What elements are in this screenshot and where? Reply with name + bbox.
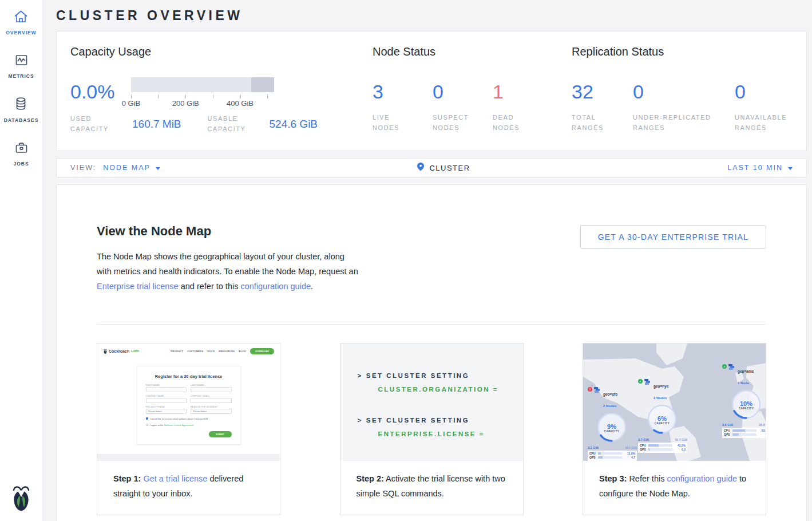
field-label: COMPANY NAME <box>146 395 187 397</box>
used-capacity: 3.2 GiB <box>588 446 599 449</box>
sql-commands-preview: >SET CLUSTER SETTING CLUSTER.ORGANIZATIO… <box>340 344 523 461</box>
usable-capacity-value: 524.6 GiB <box>270 118 318 131</box>
map-cluster-nyc: ✓ geo=nyc 2 Nodes <box>638 379 687 453</box>
time-range-selector[interactable]: LAST 10 MIN <box>727 164 793 172</box>
step-2-card: >SET CLUSTER SETTING CLUSTER.ORGANIZATIO… <box>340 343 524 515</box>
chevron-down-icon <box>788 167 793 170</box>
usable-capacity-label: USABLE CAPACITY <box>208 114 263 134</box>
used-capacity-label: USED CAPACITY <box>70 114 125 134</box>
node-count: 2 Nodes <box>653 396 667 400</box>
sidebar-item-metrics[interactable]: METRICS <box>8 53 34 79</box>
qps-label: QPS <box>724 433 731 436</box>
content-area: CLUSTER OVERVIEW Capacity Usage 0.0% <box>43 0 812 521</box>
node-count: 1 Node <box>738 381 749 385</box>
sql-statement: SET CLUSTER SETTING <box>366 417 469 424</box>
sidebar-item-overview[interactable]: OVERVIEW <box>6 9 37 35</box>
section-divider <box>97 324 766 325</box>
enterprise-trial-license-link[interactable]: Enterprise trial license <box>97 282 179 291</box>
cpu-label: CPU <box>724 429 731 432</box>
project-phase-select: Please Select <box>146 409 187 414</box>
qps-value: 4.7 <box>631 456 635 459</box>
step-3-text: Refer this <box>629 474 664 483</box>
capacity-percent: 6% <box>657 415 667 422</box>
configuration-guide-link[interactable]: configuration guide <box>667 474 737 483</box>
nodes-icon <box>644 379 651 385</box>
cpu-label: CPU <box>640 444 647 447</box>
sidebar-item-label: OVERVIEW <box>6 30 37 35</box>
first-name-input <box>146 387 187 392</box>
checkbox-label: I would like to receive email updates ab… <box>150 417 208 420</box>
description-text: and refer to this <box>181 282 239 291</box>
sql-statement: SET CLUSTER SETTING <box>366 372 469 379</box>
error-badge-icon: ! <box>588 387 592 392</box>
step-2-label: Step 2: <box>357 474 384 483</box>
briefcase-icon <box>14 147 29 157</box>
view-selector[interactable]: NODE MAP <box>103 164 150 172</box>
nodes-icon <box>594 387 600 393</box>
capacity-bar: 0 GiB 200 GiB 400 GiB <box>131 77 274 108</box>
sidebar-item-databases[interactable]: DATABASES <box>4 96 39 123</box>
capacity-bar-track <box>131 77 274 92</box>
company-name-input <box>146 398 187 403</box>
nav-customers: CUSTOMERS <box>187 350 203 353</box>
submit-button: SUBMIT <box>209 431 232 437</box>
step-1-caption: Step 1: Get a trial license delivered st… <box>97 461 280 515</box>
nodes-icon <box>728 364 735 370</box>
map-cluster-ams: ✓ geo=ams 1 Node <box>722 364 766 438</box>
license-agreement-checkbox <box>146 424 149 427</box>
chevron-down-icon[interactable] <box>156 167 160 170</box>
total-capacity: 351 GiB <box>625 446 637 449</box>
field-label: FIRST NAME <box>146 384 187 386</box>
description-text: The Node Map shows the geographical layo… <box>97 252 358 276</box>
cpu-label: CPU <box>589 452 596 455</box>
locality-label: geo=ams <box>738 369 754 373</box>
live-nodes-value: 3 <box>373 77 433 101</box>
capacity-percent: 10% <box>740 400 752 407</box>
total-capacity: 36.6 GiB <box>759 423 766 427</box>
healthy-badge-icon: ✓ <box>722 364 727 369</box>
metrics-icon <box>14 60 29 69</box>
used-capacity: 3.7 GiB <box>638 438 649 441</box>
nav-blog: BLOG <box>239 350 246 353</box>
capacity-usage-section: Capacity Usage 0.0% <box>70 45 373 151</box>
download-button: DOWNLOAD <box>250 348 274 354</box>
database-icon <box>13 104 29 113</box>
step-3-card: ! geo=sfo 2 Nodes <box>583 343 766 515</box>
checkbox-label: I agree to the <box>150 424 164 427</box>
company-email-input <box>191 398 232 403</box>
view-bar: VIEW: NODE MAP CLUSTER LAST 10 MIN <box>56 158 807 177</box>
node-status-title: Node Status <box>373 45 572 58</box>
under-replicated-ranges-value: 0 <box>633 77 735 101</box>
panel-description: The Node Map shows the geographical layo… <box>97 249 361 294</box>
capacity-label: CAPACITY <box>655 422 670 425</box>
nav-product: PRODUCT <box>171 350 183 353</box>
configuration-guide-link[interactable]: configuration guide <box>240 282 311 291</box>
sidebar-item-jobs[interactable]: JOBS <box>13 140 29 167</box>
cpu-value: 42.5% <box>678 444 686 447</box>
nav-docs: DOCS <box>207 350 215 353</box>
cpu-value: 53.3% <box>762 429 766 432</box>
capacity-label: CAPACITY <box>739 407 754 410</box>
healthy-badge-icon: ✓ <box>638 379 643 384</box>
dead-nodes-value: 1 <box>493 77 534 101</box>
suspect-nodes-value: 0 <box>433 77 493 101</box>
node-status-section: Node Status 3 LIVE NODES 0 SUSPECT NODES… <box>373 45 572 151</box>
breadcrumb-cluster: CLUSTER <box>429 164 470 172</box>
suspect-nodes-label: SUSPECT NODES <box>433 113 481 133</box>
capacity-label: CAPACITY <box>604 430 620 433</box>
form-title: Register for a 30-day trial license <box>146 374 232 379</box>
description-text: . <box>311 282 313 291</box>
sidebar-item-label: JOBS <box>13 161 29 167</box>
license-agreement-link: Software License Agreement. <box>164 424 194 427</box>
get-enterprise-trial-button[interactable]: GET A 30-DAY ENTERPRISE TRIAL <box>580 225 766 249</box>
locality-label: geo=nyc <box>653 384 669 388</box>
sql-prompt: > <box>358 372 363 379</box>
locality-label: geo=sfo <box>603 392 617 396</box>
home-icon <box>13 16 29 26</box>
used-capacity-value: 160.7 MiB <box>132 118 181 131</box>
cockroachdb-logo-icon <box>0 483 42 514</box>
capacity-percent: 9% <box>607 423 616 430</box>
step-1-card: Cockroach LABS PRODUCT CUSTOMERS DOCS RE… <box>97 343 280 515</box>
get-trial-license-link[interactable]: Get a trial license <box>143 474 207 483</box>
capacity-bar-ticks <box>131 92 274 99</box>
